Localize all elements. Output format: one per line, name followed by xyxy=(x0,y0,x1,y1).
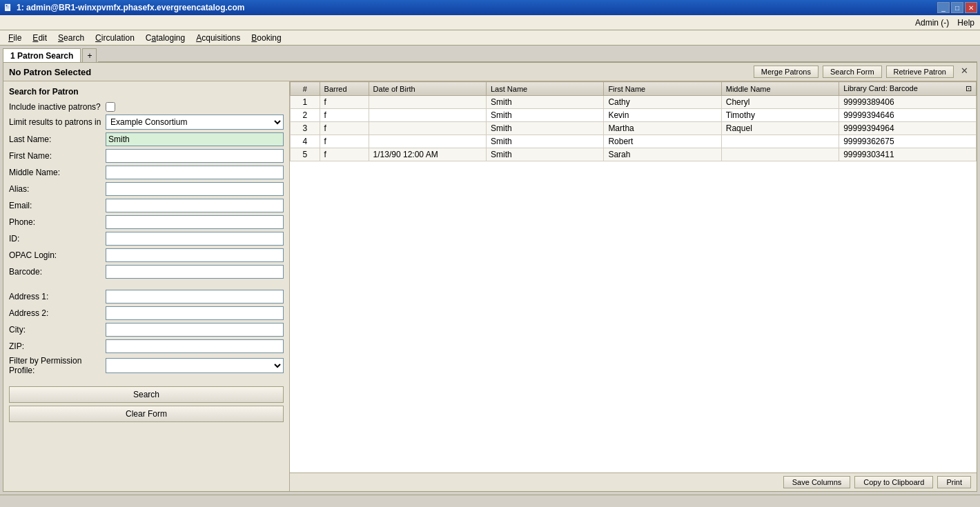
cell-first-name: Kevin xyxy=(604,109,721,122)
resize-handle-icon[interactable]: ⊡ xyxy=(966,84,972,93)
print-button[interactable]: Print xyxy=(937,476,971,488)
help-link[interactable]: Help xyxy=(957,18,974,28)
search-form-title: Search for Patron xyxy=(9,87,284,97)
city-input[interactable] xyxy=(106,323,284,337)
menu-search[interactable]: Search xyxy=(52,32,90,44)
cell-barred: f xyxy=(320,109,369,122)
table-row[interactable]: 2 f Smith Kevin Timothy 99999394646 xyxy=(291,109,977,122)
col-header-first-name[interactable]: First Name xyxy=(604,82,721,96)
search-button[interactable]: Search xyxy=(9,386,284,403)
id-input[interactable] xyxy=(106,232,284,246)
menu-file[interactable]: File xyxy=(3,32,27,44)
col-header-last-name[interactable]: Last Name xyxy=(486,82,603,96)
titlebar: 🖥 1: admin@BR1-winxpvmfx.phasefx.evergre… xyxy=(0,0,980,15)
menu-cataloging[interactable]: Cataloging xyxy=(140,32,190,44)
cell-num: 2 xyxy=(291,109,320,122)
opac-login-input[interactable] xyxy=(106,248,284,262)
limit-results-select[interactable]: Example Consortium Branch 1 Branch 2 xyxy=(106,115,284,130)
col-header-barcode[interactable]: Library Card: Barcode ⊡ xyxy=(839,82,977,96)
cell-barcode: 99999362675 xyxy=(839,135,977,148)
cell-num: 3 xyxy=(291,122,320,135)
minimize-button[interactable]: _ xyxy=(937,2,950,13)
cell-middle-name: Timothy xyxy=(721,109,839,122)
table-row[interactable]: 1 f Smith Cathy Cheryl 99999389406 xyxy=(291,96,977,109)
table-header-row: # Barred Date of Birth Last Name First N… xyxy=(291,82,977,96)
cell-last-name: Smith xyxy=(486,135,603,148)
retrieve-patron-button[interactable]: Retrieve Patron xyxy=(886,66,954,78)
cell-barred: f xyxy=(320,122,369,135)
clear-form-button[interactable]: Clear Form xyxy=(9,406,284,422)
alias-row: Alias: xyxy=(9,182,284,196)
email-input[interactable] xyxy=(106,199,284,212)
first-name-input[interactable] xyxy=(106,149,284,163)
tab-patron-search[interactable]: 1 Patron Search xyxy=(3,48,81,62)
window-topbar: No Patron Selected Merge Patrons Search … xyxy=(3,63,977,81)
titlebar-title: 🖥 1: admin@BR1-winxpvmfx.phasefx.evergre… xyxy=(3,2,244,13)
menu-edit[interactable]: Edit xyxy=(27,32,52,44)
menu-booking[interactable]: Booking xyxy=(246,32,286,44)
close-button[interactable]: ✕ xyxy=(965,2,977,13)
cell-dob xyxy=(369,109,486,122)
phone-row: Phone: xyxy=(9,215,284,229)
cell-last-name: Smith xyxy=(486,109,603,122)
col-header-dob[interactable]: Date of Birth xyxy=(369,82,486,96)
restore-button[interactable]: □ xyxy=(951,2,963,13)
admin-label: Admin (-) xyxy=(915,18,949,28)
topbar: Admin (-) Help xyxy=(0,15,980,30)
opac-login-label: OPAC Login: xyxy=(9,250,106,260)
cell-dob xyxy=(369,96,486,109)
middle-name-input[interactable] xyxy=(106,166,284,179)
copy-to-clipboard-button[interactable]: Copy to Clipboard xyxy=(854,476,933,488)
phone-input[interactable] xyxy=(106,215,284,229)
opac-login-row: OPAC Login: xyxy=(9,248,284,262)
last-name-row: Last Name: xyxy=(9,132,284,146)
titlebar-controls: _ □ ✕ xyxy=(937,2,977,13)
tab-add-button[interactable]: + xyxy=(82,48,97,62)
statusbar xyxy=(0,495,980,507)
tabbar: 1 Patron Search + xyxy=(0,46,980,62)
address2-input[interactable] xyxy=(106,306,284,320)
col-header-barred[interactable]: Barred xyxy=(320,82,369,96)
cell-first-name: Cathy xyxy=(604,96,721,109)
menu-acquisitions[interactable]: Acquisitions xyxy=(190,32,246,44)
menu-circulation[interactable]: Circulation xyxy=(90,32,140,44)
cell-middle-name xyxy=(721,148,839,161)
save-columns-button[interactable]: Save Columns xyxy=(783,476,851,488)
alias-input[interactable] xyxy=(106,182,284,196)
include-inactive-checkbox[interactable] xyxy=(106,102,115,112)
phone-label: Phone: xyxy=(9,217,106,227)
barcode-input[interactable] xyxy=(106,265,284,279)
zip-input[interactable] xyxy=(106,339,284,353)
filter-profile-select[interactable] xyxy=(106,358,284,373)
search-form-button[interactable]: Search Form xyxy=(823,66,882,78)
table-row[interactable]: 3 f Smith Martha Raquel 99999394964 xyxy=(291,122,977,135)
zip-row: ZIP: xyxy=(9,339,284,353)
table-row[interactable]: 4 f Smith Robert 99999362675 xyxy=(291,135,977,148)
address1-label: Address 1: xyxy=(9,292,106,301)
cell-num: 4 xyxy=(291,135,320,148)
email-label: Email: xyxy=(9,201,106,210)
address1-input[interactable] xyxy=(106,290,284,304)
filter-profile-row: Filter by Permission Profile: xyxy=(9,356,284,375)
first-name-row: First Name: xyxy=(9,149,284,163)
cell-barcode: 99999394964 xyxy=(839,122,977,135)
no-patron-label: No Patron Selected xyxy=(9,67,91,77)
col-header-num: # xyxy=(291,82,320,96)
results-table: # Barred Date of Birth Last Name First N… xyxy=(290,81,977,161)
last-name-label: Last Name: xyxy=(9,135,106,144)
merge-patrons-button[interactable]: Merge Patrons xyxy=(754,66,819,78)
col-header-middle-name[interactable]: Middle Name xyxy=(721,82,839,96)
window-close-icon[interactable]: ✕ xyxy=(958,66,971,78)
results-panel: # Barred Date of Birth Last Name First N… xyxy=(290,81,977,491)
cell-middle-name: Raquel xyxy=(721,122,839,135)
middle-name-row: Middle Name: xyxy=(9,166,284,179)
barcode-label: Barcode: xyxy=(9,267,106,277)
last-name-input[interactable] xyxy=(106,132,284,146)
table-row[interactable]: 5 f 1/13/90 12:00 AM Smith Sarah 9999930… xyxy=(291,148,977,161)
city-label: City: xyxy=(9,325,106,335)
cell-num: 5 xyxy=(291,148,320,161)
main-window: No Patron Selected Merge Patrons Search … xyxy=(3,62,977,492)
id-label: ID: xyxy=(9,234,106,243)
address1-row: Address 1: xyxy=(9,290,284,304)
results-table-container: # Barred Date of Birth Last Name First N… xyxy=(290,81,977,473)
